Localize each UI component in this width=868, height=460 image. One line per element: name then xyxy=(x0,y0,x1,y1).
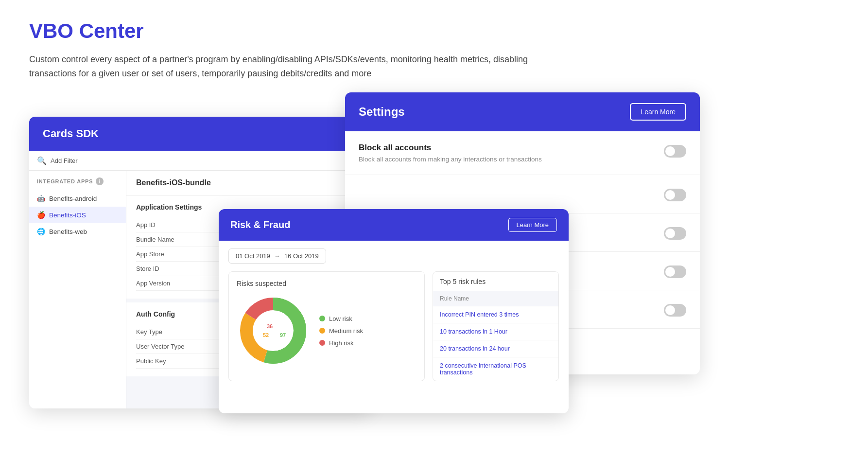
top-rules-title: Top 5 risk rules xyxy=(433,272,558,291)
high-risk-label: High risk xyxy=(329,339,354,347)
android-icon: 🤖 xyxy=(37,195,45,202)
risk-fraud-title: Risk & Fraud xyxy=(230,219,290,230)
settings-learn-more-button[interactable]: Learn More xyxy=(630,103,686,121)
svg-text:52: 52 xyxy=(263,332,269,338)
svg-text:36: 36 xyxy=(267,323,273,329)
page-description: Custom control every aspect of a partner… xyxy=(29,53,539,81)
toggle-1[interactable] xyxy=(664,145,686,158)
rule-item-2[interactable]: 10 transactions in 1 Hour xyxy=(433,323,558,340)
web-icon: 🌐 xyxy=(37,228,45,235)
legend-low-risk: Low risk xyxy=(319,315,363,322)
setting-row-1: Block all accounts Block all accounts fr… xyxy=(345,131,700,175)
rule-item-3[interactable]: 20 transactions in 24 hour xyxy=(433,340,558,357)
info-icon: i xyxy=(96,177,104,185)
high-risk-dot xyxy=(319,340,325,346)
main-container: VBO Center Custom control every aspect o… xyxy=(0,0,868,120)
setting-row-2 xyxy=(345,175,700,213)
legend-medium-risk: Medium risk xyxy=(319,327,363,335)
cards-sdk-toolbar: 🔍 Add Filter xyxy=(29,151,369,171)
medium-risk-dot xyxy=(319,328,325,334)
cards-sdk-header: Cards SDK xyxy=(29,117,369,151)
risk-body: 01 Oct 2019 → 16 Oct 2019 Risks suspecte… xyxy=(219,241,569,389)
date-start: 01 Oct 2019 xyxy=(236,252,270,260)
chart-legend: Low risk Medium risk High risk xyxy=(319,315,363,347)
cards-sdk-title: Cards SDK xyxy=(43,127,99,140)
toggle-4[interactable] xyxy=(664,265,686,278)
add-filter-label[interactable]: Add Filter xyxy=(51,157,78,164)
low-risk-dot xyxy=(319,316,325,321)
ios-icon: 🍎 xyxy=(37,211,45,219)
sidebar-item-benefits-ios[interactable]: 🍎 Benefits-iOS xyxy=(29,207,126,223)
date-arrow: → xyxy=(274,252,280,260)
settings-title: Settings xyxy=(359,105,405,119)
top-rules-panel: Top 5 risk rules Rule Name Incorrect PIN… xyxy=(433,271,559,381)
setting-name-1: Block all accounts xyxy=(359,143,654,153)
donut-chart: 36 52 97 xyxy=(237,294,310,367)
legend-high-risk: High risk xyxy=(319,339,363,347)
app-name-header: Benefits-iOS-bundle xyxy=(126,171,369,195)
sidebar-section-label: INTEGRATED APPS i xyxy=(29,177,126,190)
page-title: VBO Center xyxy=(29,19,839,43)
filter-icon: 🔍 xyxy=(37,156,47,165)
rule-item-4[interactable]: 2 consecutive international POS transact… xyxy=(433,357,558,381)
risk-learn-more-button[interactable]: Learn More xyxy=(508,218,557,232)
risk-fraud-window: Risk & Fraud Learn More 01 Oct 2019 → 16… xyxy=(219,209,569,413)
toggle-5[interactable] xyxy=(664,304,686,317)
rule-item-1[interactable]: Incorrect PIN entered 3 times xyxy=(433,306,558,323)
sidebar-item-benefits-android[interactable]: 🤖 Benefits-android xyxy=(29,190,126,207)
risks-suspected-panel: Risks suspected xyxy=(228,271,425,381)
risk-header: Risk & Fraud Learn More xyxy=(219,209,569,241)
date-range[interactable]: 01 Oct 2019 → 16 Oct 2019 xyxy=(228,248,326,264)
low-risk-label: Low risk xyxy=(329,315,352,322)
date-end: 16 Oct 2019 xyxy=(284,252,319,260)
toggle-3[interactable] xyxy=(664,227,686,240)
rule-name-column-header: Rule Name xyxy=(433,291,558,306)
toggle-2[interactable] xyxy=(664,189,686,201)
chart-container: 36 52 97 Low risk Medium risk xyxy=(237,294,417,367)
risk-content: Risks suspected xyxy=(228,271,559,381)
svg-text:97: 97 xyxy=(280,332,286,338)
sidebar-item-benefits-web[interactable]: 🌐 Benefits-web xyxy=(29,223,126,240)
sidebar: INTEGRATED APPS i 🤖 Benefits-android 🍎 B… xyxy=(29,171,126,408)
settings-header: Settings Learn More xyxy=(345,92,700,131)
setting-desc-1: Block all accounts from making any inter… xyxy=(359,156,654,163)
svg-point-4 xyxy=(255,312,292,349)
setting-info-1: Block all accounts Block all accounts fr… xyxy=(359,143,664,163)
medium-risk-label: Medium risk xyxy=(329,327,363,335)
risks-suspected-title: Risks suspected xyxy=(237,280,417,287)
